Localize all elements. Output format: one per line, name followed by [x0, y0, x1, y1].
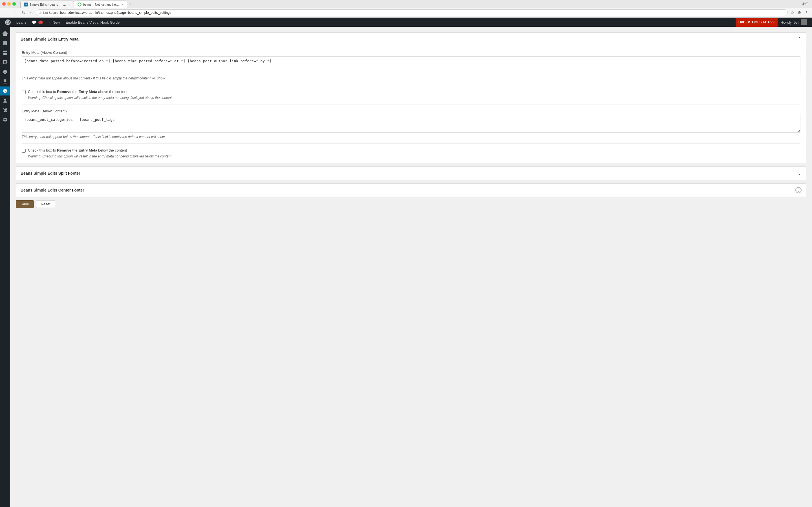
comments-badge: 0 — [38, 20, 43, 24]
svg-rect-3 — [3, 53, 5, 55]
remove-above-suffix: above the content — [97, 90, 128, 94]
browser-tab-2[interactable]: beans – Not just another frame… × — [74, 1, 128, 8]
entry-meta-title: Beans Simple Edits Entry Meta — [20, 37, 79, 41]
divider-1 — [22, 85, 801, 85]
remove-below-middle: the — [71, 148, 79, 152]
remove-below-bold2: Entry Meta — [79, 148, 97, 152]
above-content-textarea[interactable] — [22, 56, 801, 74]
address-bar[interactable]: ⚠ Not Secure beansdev.local/wp-admin/the… — [36, 9, 788, 16]
sidebar-icon-media[interactable] — [0, 48, 10, 57]
updevtools-button[interactable]: UPDEVTOOLS ACTIVE — [735, 18, 777, 27]
sidebar-icon-tools[interactable] — [0, 106, 10, 115]
wp-admin-bar: beans 💬 0 + New Enable Beans Visual Hook… — [0, 18, 812, 27]
extensions-button[interactable]: ⚙ — [797, 10, 802, 15]
below-content-hint: This entry meta will appear below the co… — [22, 135, 801, 139]
reset-button[interactable]: Reset — [36, 200, 55, 208]
remove-above-warning: Warning: Checking this option will resul… — [28, 96, 801, 100]
above-content-group: Entry Meta (Above Content) This entry me… — [22, 50, 801, 80]
lock-icon: ⚠ — [39, 11, 42, 15]
svg-point-0 — [78, 3, 81, 6]
below-content-group: Entry Meta (Below Content) This entry me… — [22, 109, 801, 139]
visual-hook-item[interactable]: Enable Beans Visual Hook Guide — [63, 18, 122, 27]
sidebar-icon-dashboard[interactable] — [0, 29, 10, 38]
entry-meta-toggle[interactable]: ⌃ — [797, 36, 802, 42]
below-content-textarea[interactable] — [22, 115, 801, 133]
entry-meta-body: Entry Meta (Above Content) This entry me… — [16, 46, 806, 163]
split-footer-panel: Beans Simple Edits Split Footer ⌄ — [16, 166, 806, 180]
howdy-label: Howdy, Jeff — [780, 20, 799, 24]
user-name: Jeff — [802, 2, 810, 6]
center-footer-toggle[interactable]: ⌄ — [795, 187, 802, 193]
entry-meta-header[interactable]: Beans Simple Edits Entry Meta ⌃ — [16, 33, 806, 46]
svg-rect-2 — [5, 51, 7, 52]
minimize-button[interactable] — [7, 2, 11, 6]
browser-tab-1[interactable]: W Simple Edits ‹ beans — WordP… × — [20, 1, 74, 8]
remove-below-group: Check this box to Remove the Entry Meta … — [22, 148, 801, 158]
forward-button[interactable]: → — [11, 10, 18, 16]
remove-below-checkbox[interactable] — [22, 149, 26, 153]
sidebar-icon-settings[interactable] — [0, 115, 10, 124]
sidebar-icon-plugins[interactable] — [0, 77, 10, 86]
remove-below-bold: Remove — [57, 148, 71, 152]
close-button[interactable] — [2, 2, 6, 6]
bookmark-button[interactable]: ☆ — [790, 10, 795, 15]
admin-avatar — [801, 19, 807, 25]
comments-item[interactable]: 💬 0 — [29, 18, 46, 27]
split-footer-header[interactable]: Beans Simple Edits Split Footer ⌄ — [16, 167, 806, 180]
home-button[interactable]: ⌂ — [29, 10, 34, 16]
browser-tabs: W Simple Edits ‹ beans — WordP… × beans … — [20, 0, 135, 8]
remove-below-row: Check this box to Remove the Entry Meta … — [22, 148, 801, 153]
remove-above-middle: the — [71, 90, 79, 94]
remove-above-group: Check this box to Remove the Entry Meta … — [22, 90, 801, 100]
tab-favicon-2 — [78, 3, 82, 6]
center-footer-title: Beans Simple Edits Center Footer — [20, 188, 84, 192]
remove-below-warning: Warning: Checking this option will resul… — [28, 154, 801, 158]
remove-above-prefix: Check this box to — [28, 90, 57, 94]
sidebar-icon-comments[interactable] — [0, 58, 10, 67]
center-footer-header[interactable]: Beans Simple Edits Center Footer ⌄ — [16, 184, 806, 196]
tab-close-2[interactable]: × — [121, 2, 124, 6]
sidebar-icon-feedback[interactable] — [0, 67, 10, 76]
below-content-label: Entry Meta (Below Content) — [22, 109, 801, 113]
wp-logo-item[interactable] — [2, 18, 13, 27]
plus-icon: + — [49, 20, 51, 25]
tab-favicon-text-1: W — [25, 3, 27, 6]
remove-above-row: Check this box to Remove the Entry Meta … — [22, 90, 801, 94]
split-footer-toggle[interactable]: ⌄ — [797, 170, 802, 176]
remove-above-checkbox[interactable] — [22, 90, 26, 94]
maximize-button[interactable] — [12, 2, 16, 6]
tab-close-1[interactable]: × — [68, 2, 70, 6]
wp-sidebar — [0, 27, 10, 507]
sidebar-icon-posts[interactable] — [0, 39, 10, 48]
back-button[interactable]: ← — [2, 10, 10, 16]
svg-rect-1 — [3, 51, 5, 52]
new-item[interactable]: + New — [46, 18, 63, 27]
remove-above-bold2: Entry Meta — [79, 90, 97, 94]
svg-rect-4 — [5, 53, 7, 55]
new-label: New — [52, 20, 60, 24]
new-tab-button[interactable]: + — [127, 0, 134, 8]
wp-main: Beans Simple Edits Entry Meta ⌃ Entry Me… — [10, 27, 812, 507]
browser-titlebar: W Simple Edits ‹ beans — WordP… × beans … — [0, 0, 812, 8]
sidebar-icon-appearance[interactable] — [0, 87, 10, 96]
reload-button[interactable]: ↻ — [20, 10, 27, 16]
not-secure-label: Not Secure — [43, 11, 59, 14]
visual-hook-label: Enable Beans Visual Hook Guide — [65, 20, 119, 24]
site-name-label: beans — [16, 20, 26, 24]
remove-below-suffix: below the content — [97, 148, 127, 152]
above-content-label: Entry Meta (Above Content) — [22, 50, 801, 55]
wp-admin: Beans Simple Edits Entry Meta ⌃ Entry Me… — [0, 27, 812, 507]
site-name-item[interactable]: beans — [13, 18, 29, 27]
howdy-item[interactable]: Howdy, Jeff — [777, 18, 810, 27]
remove-above-bold: Remove — [57, 90, 71, 94]
browser-chrome: W Simple Edits ‹ beans — WordP… × beans … — [0, 0, 812, 18]
divider-2 — [22, 104, 801, 105]
sidebar-icon-users[interactable] — [0, 96, 10, 105]
updevtools-label: UPDEVTOOLS ACTIVE — [739, 20, 775, 24]
browser-toolbar: ← → ↻ ⌂ ⚠ Not Secure beansdev.local/wp-a… — [0, 8, 812, 17]
menu-button[interactable]: ⋮ — [804, 10, 810, 15]
split-footer-title: Beans Simple Edits Split Footer — [20, 171, 80, 175]
tab-label-2: beans – Not just another frame… — [83, 3, 120, 6]
toolbar-icons: ☆ ⚙ ⋮ — [790, 10, 810, 15]
save-button[interactable]: Save — [16, 200, 34, 208]
